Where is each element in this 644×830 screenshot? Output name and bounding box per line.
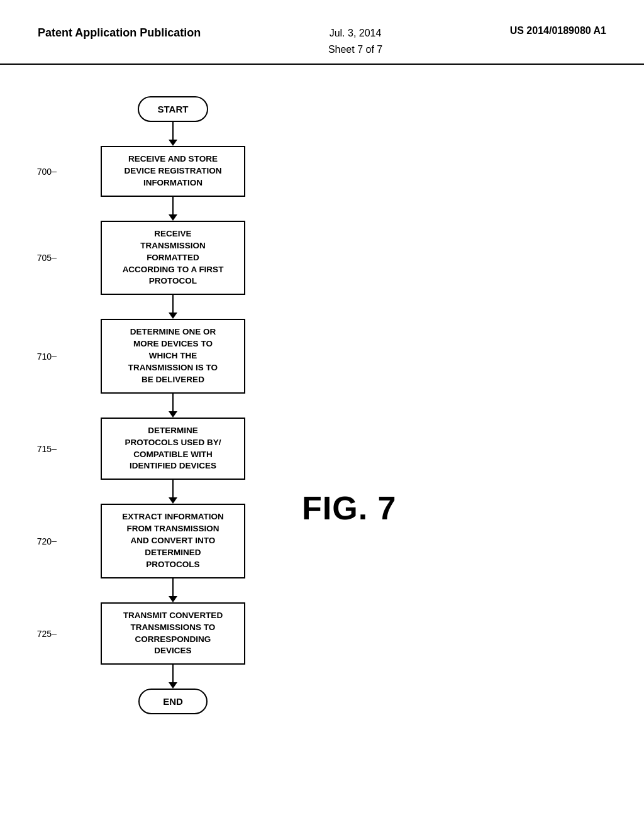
step-box-700: RECEIVE AND STOREDEVICE REGISTRATIONINFO… xyxy=(101,146,245,197)
arrow-line xyxy=(172,197,174,214)
step-label-725: 725 xyxy=(25,629,57,639)
step-box-705: RECEIVETRANSMISSIONFORMATTEDACCORDING TO… xyxy=(101,221,245,295)
publication-label: Patent Application Publication xyxy=(38,25,201,41)
main-content: START 700 RECEIVE AND STOREDEVICE REGIST… xyxy=(0,65,644,826)
step-label-715: 715 xyxy=(25,444,57,454)
arrow-line xyxy=(172,665,174,682)
arrow-head xyxy=(169,313,177,319)
step-box-wrap-705: RECEIVETRANSMISSIONFORMATTEDACCORDING TO… xyxy=(57,221,289,295)
arrow-head xyxy=(169,497,177,504)
step-box-710: DETERMINE ONE ORMORE DEVICES TOWHICH THE… xyxy=(101,319,245,393)
arrow-line xyxy=(172,122,174,140)
arrow-head xyxy=(169,214,177,221)
arrow-line xyxy=(172,480,174,497)
fig-label: FIG. 7 xyxy=(302,489,396,527)
arrow-0 xyxy=(169,122,177,146)
step-row-725: 725 TRANSMIT CONVERTEDTRANSMISSIONS TOCO… xyxy=(25,602,289,665)
step-box-wrap-720: EXTRACT INFORMATIONFROM TRANSMISSIONAND … xyxy=(57,504,289,578)
start-node: START xyxy=(138,96,209,122)
step-label-710: 710 xyxy=(25,351,57,362)
step-row-700: 700 RECEIVE AND STOREDEVICE REGISTRATION… xyxy=(25,146,289,197)
sheet-info: Sheet 7 of 7 xyxy=(328,42,382,58)
step-label-700: 700 xyxy=(25,167,57,177)
page-header: Patent Application Publication Jul. 3, 2… xyxy=(0,0,644,65)
step-box-wrap-725: TRANSMIT CONVERTEDTRANSMISSIONS TOCORRES… xyxy=(57,602,289,665)
arrow-4 xyxy=(169,480,177,504)
arrow-5 xyxy=(169,578,177,602)
arrow-3 xyxy=(169,394,177,418)
step-row-715: 715 DETERMINEPROTOCOLS USED BY/COMPATIBL… xyxy=(25,418,289,480)
step-label-705: 705 xyxy=(25,253,57,263)
arrow-head xyxy=(169,682,177,689)
arrow-head xyxy=(169,596,177,602)
arrow-line xyxy=(172,394,174,411)
arrow-line xyxy=(172,295,174,313)
start-node-wrap: START xyxy=(25,96,289,122)
step-box-wrap-715: DETERMINEPROTOCOLS USED BY/COMPATIBLE WI… xyxy=(57,418,289,480)
step-box-725: TRANSMIT CONVERTEDTRANSMISSIONS TOCORRES… xyxy=(101,602,245,665)
end-node: END xyxy=(138,689,208,714)
step-row-720: 720 EXTRACT INFORMATIONFROM TRANSMISSION… xyxy=(25,504,289,578)
arrow-6 xyxy=(169,665,177,689)
arrow-1 xyxy=(169,197,177,221)
end-node-wrap: END xyxy=(25,689,289,714)
step-box-715: DETERMINEPROTOCOLS USED BY/COMPATIBLE WI… xyxy=(101,418,245,480)
step-label-720: 720 xyxy=(25,536,57,546)
step-box-720: EXTRACT INFORMATIONFROM TRANSMISSIONAND … xyxy=(101,504,245,578)
arrow-2 xyxy=(169,295,177,319)
arrow-head xyxy=(169,140,177,146)
step-box-wrap-710: DETERMINE ONE ORMORE DEVICES TOWHICH THE… xyxy=(57,319,289,393)
step-row-705: 705 RECEIVETRANSMISSIONFORMATTEDACCORDIN… xyxy=(25,221,289,295)
header-center: Jul. 3, 2014 Sheet 7 of 7 xyxy=(328,25,382,57)
publication-date: Jul. 3, 2014 xyxy=(328,25,382,42)
arrow-head xyxy=(169,411,177,418)
flowchart: START 700 RECEIVE AND STOREDEVICE REGIST… xyxy=(25,84,289,807)
step-row-710: 710 DETERMINE ONE ORMORE DEVICES TOWHICH… xyxy=(25,319,289,393)
arrow-line xyxy=(172,578,174,596)
step-box-wrap-700: RECEIVE AND STOREDEVICE REGISTRATIONINFO… xyxy=(57,146,289,197)
fig-label-col: FIG. 7 xyxy=(289,84,619,807)
patent-number: US 2014/0189080 A1 xyxy=(510,25,606,36)
